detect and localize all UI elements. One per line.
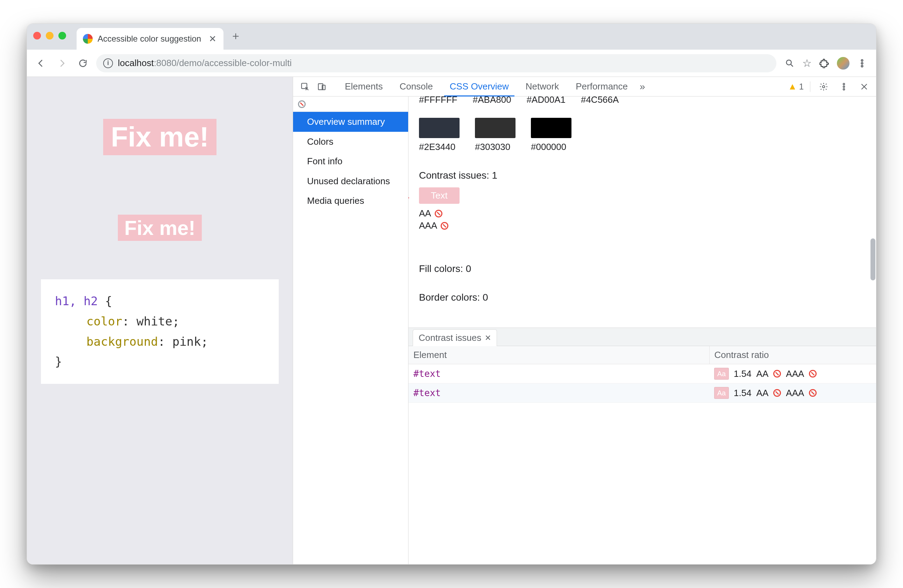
mac-maximize-button[interactable] [58,32,66,39]
new-tab-button[interactable]: ＋ [227,28,244,44]
settings-icon[interactable] [816,80,831,94]
content-area: Fix me! Fix me! h1, h2 { color: white; b… [27,77,876,564]
tab-css-overview[interactable]: CSS Overview [443,77,516,96]
mac-close-button[interactable] [33,32,41,39]
devtools-close-icon[interactable] [857,80,871,94]
tab-console[interactable]: Console [392,77,440,96]
fail-icon [435,208,442,219]
tab-strip: Accessible color suggestion ✕ ＋ [27,24,876,50]
fail-icon [809,370,816,377]
contrast-ratings: AA AAA [419,207,865,232]
color-hex-label: #AD00A1 [527,96,565,105]
contrast-issues-table: Element Contrast ratio #text [409,346,876,403]
svg-point-3 [861,65,863,67]
forward-button[interactable] [54,56,69,71]
devtools-tabs: Elements Console CSS Overview Network Pe… [293,77,876,96]
tab-title: Accessible color suggestion [98,34,201,44]
color-swatch[interactable]: #2E3440 [419,118,459,153]
fail-icon [773,389,781,397]
contrast-sample-swatch[interactable]: Text [419,187,459,204]
back-button[interactable] [33,56,49,71]
aaa-label: AAA [786,368,804,379]
url-text: localhost:8080/demo/accessible-color-mul… [118,58,292,69]
devtools-menu-icon[interactable] [837,80,851,94]
zoom-icon[interactable] [782,56,798,71]
contrast-drawer: Contrast issues ✕ Element Contrast ratio [409,327,876,465]
aa-label: AA [757,368,769,379]
warnings-count: 1 [799,82,804,91]
color-hex-label: #000000 [531,141,571,153]
col-element[interactable]: Element [409,346,709,364]
fail-icon [440,220,448,231]
sidebar-clear-icon[interactable] [293,96,408,112]
element-link[interactable]: #text [414,388,440,398]
color-hex-label: #2E3440 [419,141,459,153]
table-row[interactable]: #text Aa 1.54 AA AAA [409,384,876,403]
color-hex-label: #303030 [475,141,516,153]
inspect-icon[interactable] [298,80,312,94]
color-swatch[interactable]: #303030 [475,118,516,153]
ratio-value: 1.54 [734,368,752,379]
aaa-label: AAA [419,220,437,231]
svg-point-9 [843,86,845,87]
color-swatch[interactable]: #000000 [531,118,571,153]
color-hex-label: #FFFFFF [419,96,458,105]
border-colors-label: Border colors: 0 [419,292,865,303]
svg-point-8 [843,83,845,85]
tab-elements[interactable]: Elements [338,77,390,96]
swatch-icon [531,118,571,138]
reload-button[interactable] [75,56,91,71]
tabs-overflow-icon[interactable]: » [640,81,645,92]
fail-icon [809,389,816,397]
browser-menu-icon[interactable] [854,56,870,71]
tab-close-icon[interactable]: ✕ [209,33,217,44]
mini-swatch-icon: Aa [714,387,729,399]
drawer-tabs: Contrast issues ✕ [409,328,876,346]
mini-swatch-icon: Aa [714,368,729,380]
address-bar[interactable]: i localhost:8080/demo/accessible-color-m… [96,54,776,72]
devtools-panel: Elements Console CSS Overview Network Pe… [293,77,876,564]
page-h1: Fix me! [103,119,217,155]
ratio-value: 1.54 [734,388,752,399]
tab-favicon [83,34,93,44]
svg-point-10 [843,88,845,90]
bookmark-icon[interactable]: ☆ [802,57,812,69]
sidebar-item-unused-declarations[interactable]: Unused declarations [293,171,408,191]
drawer-tab-close-icon[interactable]: ✕ [485,333,491,343]
aaa-label: AAA [786,388,804,399]
extensions-icon[interactable] [816,56,832,71]
fail-icon [773,370,781,377]
sidebar-item-media-queries[interactable]: Media queries [293,191,408,211]
profile-avatar[interactable] [837,57,850,69]
table-row[interactable]: #text Aa 1.54 AA AAA [409,364,876,384]
svg-point-1 [861,60,863,61]
browser-tab[interactable]: Accessible color suggestion ✕ [77,28,223,50]
tab-network[interactable]: Network [519,77,566,96]
url-host: localhost [118,58,154,68]
toolbar-right: ☆ [782,56,870,71]
device-toolbar-icon[interactable] [315,80,329,94]
warnings-badge[interactable]: ▲ 1 [788,81,804,92]
css-code-block: h1, h2 { color: white; background: pink;… [41,279,279,384]
browser-window: Accessible color suggestion ✕ ＋ i localh… [27,24,876,564]
mac-minimize-button[interactable] [46,32,53,39]
css-selector: h1, h2 [55,294,98,308]
aa-label: AA [419,208,431,219]
col-contrast-ratio[interactable]: Contrast ratio [709,346,876,364]
tab-performance[interactable]: Performance [569,77,635,96]
element-link[interactable]: #text [414,368,440,379]
css-prop-background: background [87,335,158,349]
page-h2: Fix me! [118,215,201,241]
browser-toolbar: i localhost:8080/demo/accessible-color-m… [27,50,876,77]
drawer-tab-contrast-issues[interactable]: Contrast issues ✕ [413,329,497,346]
css-overview-main: #FFFFFF #ABA800 #AD00A1 #4C566A #2E3440 [409,96,876,564]
aa-label: AA [757,388,769,399]
site-info-icon[interactable]: i [103,58,113,68]
url-path: :8080/demo/accessible-color-multi [154,58,292,68]
sidebar-item-font-info[interactable]: Font info [293,151,408,171]
warning-icon: ▲ [788,81,797,92]
color-hex-label: #ABA800 [473,96,511,105]
sidebar-item-colors[interactable]: Colors [293,132,408,152]
svg-point-0 [787,60,791,64]
sidebar-item-overview-summary[interactable]: Overview summary [293,112,408,132]
